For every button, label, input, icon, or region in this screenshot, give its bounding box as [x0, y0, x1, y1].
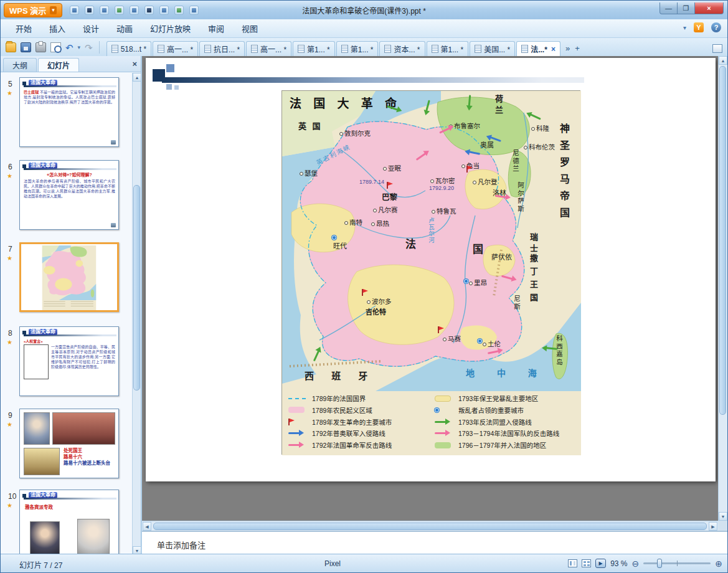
- quick-access-icon[interactable]: [159, 6, 169, 15]
- thumbnail-canvas[interactable]: [19, 242, 119, 312]
- zoom-slider-handle[interactable]: [657, 559, 662, 568]
- scroll-left-icon[interactable]: ◀: [143, 522, 151, 531]
- scroll-up-icon[interactable]: ▲: [133, 73, 141, 82]
- slide-thumbnail-5[interactable]: 5 ★ 法国大革命 巴士底狱 不是一般的监狱。它是专制王朝关押政治犯的地方,是封…: [1, 76, 132, 154]
- scrollbar-thumb[interactable]: [133, 185, 140, 391]
- scrollbar-thumb[interactable]: [719, 66, 726, 415]
- legend-item: 1793年反法同盟入侵路线: [435, 417, 576, 427]
- map-route-arrow: [501, 275, 513, 280]
- zoom-out-icon[interactable]: ⊖: [632, 559, 640, 568]
- more-tabs-icon[interactable]: »: [565, 44, 570, 53]
- zoom-in-icon[interactable]: ⊕: [715, 559, 722, 568]
- menu-item-动画[interactable]: 动画: [108, 19, 141, 37]
- quick-access-icon[interactable]: [174, 6, 184, 15]
- quick-access-icon[interactable]: [85, 6, 94, 15]
- scroll-up-icon[interactable]: ▲: [719, 56, 727, 65]
- map-label: 萨伏依: [491, 252, 512, 262]
- scroll-right-icon[interactable]: ▶: [709, 522, 717, 531]
- menu-item-幻灯片放映[interactable]: 幻灯片放映: [141, 19, 199, 37]
- scrollbar-corner: [718, 521, 727, 531]
- document-tab[interactable]: 第1... *: [427, 41, 469, 56]
- wps-vip-icon[interactable]: Y: [694, 22, 704, 32]
- document-tab-label: 第1... *: [351, 44, 374, 54]
- wps-app-menu-button[interactable]: WPS 演示 ▾: [4, 3, 62, 17]
- document-tab[interactable]: 美国... *: [470, 41, 515, 56]
- switch-window-icon[interactable]: [712, 44, 722, 53]
- open-file-icon[interactable]: [6, 42, 16, 52]
- map-label: 瓦尔密: [430, 176, 455, 185]
- document-tab[interactable]: 第1... *: [293, 41, 335, 56]
- document-tab[interactable]: 第1... *: [336, 41, 379, 56]
- slide-thumbnail-7-selected[interactable]: 7 ★: [1, 241, 132, 320]
- menu-item-设计[interactable]: 设计: [74, 19, 108, 37]
- zoom-slider[interactable]: [643, 562, 711, 564]
- menu-item-开始[interactable]: 开始: [7, 19, 40, 37]
- document-tabs: 518...t *高一... *抗日... *高一... *第1... *第1.…: [106, 38, 562, 56]
- quick-access-icon[interactable]: [115, 6, 124, 15]
- menu-item-审阅[interactable]: 审阅: [199, 19, 233, 37]
- vertical-scrollbar[interactable]: ▲ ▼: [718, 56, 727, 521]
- close-pane-icon[interactable]: ×: [132, 59, 137, 69]
- thumbnail-canvas[interactable]: 法国大革命 «怎么对待»?如何理解? 法国大革命的参与者有资产阶级、城市平民和广…: [19, 160, 119, 230]
- legend-label: 1793年反法同盟入侵路线: [458, 417, 532, 427]
- scrollbar-thumb[interactable]: [153, 523, 707, 530]
- chevron-down-icon[interactable]: ▾: [50, 6, 57, 14]
- slide-number: 6: [8, 163, 12, 171]
- close-document-icon[interactable]: ×: [551, 45, 555, 54]
- close-button[interactable]: ×: [695, 2, 724, 14]
- undo-icon[interactable]: ↶: [65, 43, 73, 52]
- slide-thumbnail-9[interactable]: 9 ★ 处死国王 路易十六 路易十六被送上断头台: [1, 407, 132, 486]
- document-tab[interactable]: 高一... *: [246, 41, 291, 56]
- redo-icon[interactable]: ↷: [85, 43, 93, 52]
- quick-access-icon[interactable]: [144, 6, 154, 15]
- thumbnail-canvas[interactable]: 处死国王 路易十六 路易十六被送上断头台: [19, 409, 119, 478]
- help-icon[interactable]: ?: [711, 22, 721, 32]
- document-icon: [251, 45, 258, 53]
- menu-bar: 开始插入设计动画幻灯片放映审阅视图 ▾ Y ?: [1, 19, 727, 38]
- slide-sorter-view-icon[interactable]: [582, 559, 591, 567]
- horizontal-scrollbar[interactable]: ◀ ▶: [142, 521, 718, 531]
- notes-pane[interactable]: 单击添加备注: [142, 531, 727, 555]
- map-label: 尼德兰: [511, 149, 521, 173]
- slide-thumbnail-10[interactable]: 10 ★ 法国大革命 雅各宾派专政: [1, 488, 132, 555]
- print-icon[interactable]: [35, 42, 46, 52]
- save-icon[interactable]: [21, 42, 31, 52]
- slideshow-play-icon[interactable]: ▶: [595, 559, 606, 568]
- current-slide[interactable]: 法 国 大 革 命 荷兰英 国敦刻尔克布鲁塞尔科隆奥属科布伦茨尼德兰神圣罗马帝国…: [146, 58, 716, 481]
- document-tab-active[interactable]: 法...*×: [516, 41, 560, 56]
- map-route-arrow: [530, 113, 541, 120]
- document-tab[interactable]: 高一... *: [153, 41, 198, 56]
- quick-access-icon[interactable]: [100, 6, 109, 15]
- deco-gradient-bar: [162, 77, 584, 83]
- maximize-button[interactable]: ❐: [678, 2, 695, 14]
- quick-access-icon[interactable]: [130, 6, 139, 15]
- quick-access-icon[interactable]: [189, 6, 199, 15]
- thumbnail-canvas[interactable]: 法国大革命 巴士底狱 不是一般的监狱。它是专制王朝关押政治犯的地方,是封建专制统…: [19, 77, 119, 147]
- document-tab[interactable]: 抗日... *: [199, 41, 245, 56]
- scroll-down-icon[interactable]: ▼: [719, 512, 727, 521]
- thumbnail-canvas[interactable]: 法国大革命 «人权宣言» 一方面宣告资产阶级的自由、平等、民主等基本原则,对于动…: [19, 326, 119, 396]
- undo-dropdown-icon[interactable]: ▾: [78, 44, 81, 50]
- print-preview-icon[interactable]: [50, 42, 61, 52]
- menu-item-视图[interactable]: 视图: [233, 19, 267, 37]
- slide-thumbnail-6[interactable]: 6 ★ 法国大革命 «怎么对待»?如何理解? 法国大革命的参与者有资产阶级、城市…: [1, 159, 132, 237]
- document-tab[interactable]: 资本... *: [379, 41, 425, 56]
- document-tab[interactable]: 518...t *: [106, 41, 151, 56]
- menu-item-插入[interactable]: 插入: [40, 19, 74, 37]
- new-tab-icon[interactable]: +: [575, 44, 580, 53]
- minimize-button[interactable]: —: [659, 2, 678, 14]
- slide-thumbnail-8[interactable]: 8 ★ 法国大革命 «人权宣言» 一方面宣告资产阶级的自由、平等、民主等基本原则…: [1, 325, 132, 404]
- quick-access-icon[interactable]: [70, 6, 79, 15]
- mini-slide-header: 法国大革命: [22, 492, 116, 501]
- normal-view-icon[interactable]: [568, 559, 577, 567]
- sidebar-scrollbar[interactable]: ▲ ▼: [132, 73, 141, 555]
- tab-outline[interactable]: 大纲: [3, 58, 37, 72]
- notes-placeholder[interactable]: 单击添加备注: [157, 539, 206, 551]
- slide-number: 5: [8, 80, 12, 88]
- map-label: 南特: [344, 217, 362, 227]
- thumbnail-canvas[interactable]: 法国大革命 雅各宾派专政: [19, 490, 119, 555]
- tab-slides[interactable]: 幻灯片: [38, 58, 79, 72]
- collapse-ribbon-icon[interactable]: ▾: [683, 24, 686, 31]
- slide-canvas[interactable]: 法 国 大 革 命 荷兰英 国敦刻尔克布鲁塞尔科隆奥属科布伦茨尼德兰神圣罗马帝国…: [142, 56, 718, 521]
- map-route-arrow: [425, 100, 430, 111]
